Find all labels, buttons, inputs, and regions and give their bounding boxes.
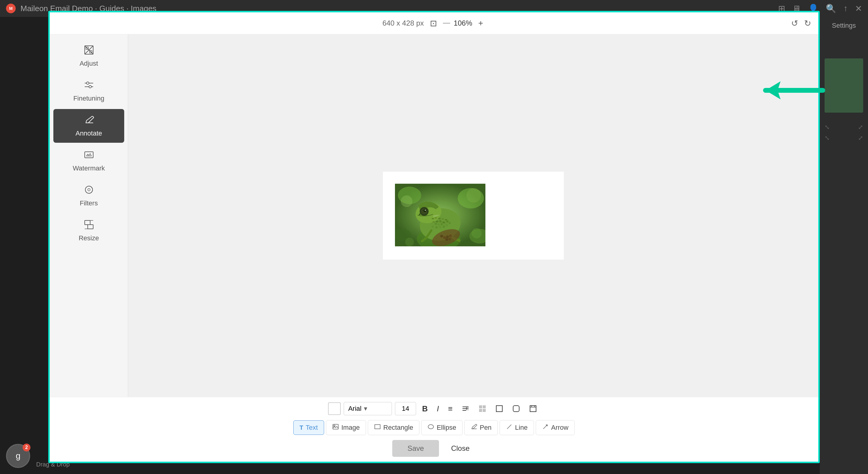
- svg-rect-10: [85, 152, 93, 158]
- annotation-toolbar: Arial ▾ B I ≡: [50, 397, 818, 462]
- text-tool-icon: T: [300, 424, 303, 431]
- expand-icon-2[interactable]: ⤡: [825, 134, 830, 141]
- arrow-tool-button[interactable]: Arrow: [536, 420, 575, 435]
- settings-label: Settings: [820, 17, 868, 34]
- right-sidebar-preview: [825, 59, 863, 113]
- finetuning-icon: [84, 79, 94, 92]
- avatar-badge: 2: [23, 444, 30, 451]
- svg-line-79: [507, 425, 512, 429]
- svg-point-34: [435, 226, 438, 229]
- svg-point-42: [423, 209, 426, 212]
- expand-icon[interactable]: ⤡: [825, 124, 830, 131]
- sidebar-item-adjust[interactable]: Adjust: [53, 39, 124, 73]
- contract-icon-2[interactable]: ⤢: [858, 134, 863, 141]
- dimension-info: 640 x 428 px ⊡ 106% +: [382, 17, 486, 29]
- canvas-area: [128, 34, 818, 397]
- filters-icon: [84, 184, 94, 197]
- search-icon[interactable]: 🔍: [826, 4, 836, 13]
- svg-rect-66: [479, 409, 482, 412]
- svg-rect-69: [513, 406, 519, 412]
- left-sidebar: Adjust Finetuning: [50, 34, 128, 397]
- svg-point-37: [445, 224, 448, 227]
- svg-rect-13: [85, 221, 90, 225]
- line-tool-icon: [506, 424, 513, 432]
- svg-rect-64: [479, 405, 482, 408]
- annotate-label: Annotate: [75, 130, 102, 137]
- redo-button[interactable]: ↻: [804, 19, 811, 28]
- format-row: Arial ▾ B I ≡: [328, 402, 540, 415]
- svg-line-63: [468, 410, 468, 410]
- annotate-icon: [84, 114, 94, 127]
- sidebar-item-finetuning[interactable]: Finetuning: [53, 74, 124, 108]
- svg-point-29: [437, 224, 440, 226]
- svg-point-55: [466, 188, 481, 202]
- adjust-label: Adjust: [80, 60, 98, 67]
- pen-tool-icon: [471, 424, 477, 432]
- svg-point-43: [425, 210, 426, 211]
- image-container: [395, 184, 486, 246]
- svg-point-48: [440, 235, 443, 238]
- svg-rect-76: [375, 425, 380, 429]
- svg-point-38: [448, 222, 451, 224]
- zoom-value: 106%: [454, 19, 472, 27]
- image-tool-label: Image: [341, 424, 360, 432]
- pen-tool-label: Pen: [480, 424, 491, 432]
- svg-point-8: [89, 86, 91, 88]
- font-size-input[interactable]: [395, 402, 416, 415]
- text-align-button[interactable]: [459, 403, 472, 414]
- rect-rounded-button[interactable]: [509, 403, 523, 414]
- svg-point-56: [471, 228, 482, 238]
- svg-rect-67: [483, 409, 486, 412]
- image-frame-button[interactable]: [526, 403, 540, 414]
- zoom-in-button[interactable]: +: [476, 17, 486, 29]
- svg-rect-68: [496, 406, 502, 412]
- rectangle-tool-button[interactable]: Rectangle: [368, 420, 420, 435]
- avatar-container: g 2: [6, 444, 30, 468]
- split-view-icon[interactable]: ⊡: [430, 19, 437, 28]
- ellipse-tool-button[interactable]: Ellipse: [421, 420, 463, 435]
- svg-point-75: [334, 425, 335, 427]
- font-selector[interactable]: Arial ▾: [344, 402, 392, 415]
- canvas-wrapper: [383, 172, 564, 260]
- svg-point-12: [88, 189, 90, 191]
- bold-button[interactable]: B: [419, 402, 431, 415]
- resize-label: Resize: [79, 234, 99, 242]
- sidebar-item-resize[interactable]: Resize: [53, 214, 124, 247]
- line-tool-label: Line: [515, 424, 528, 432]
- text-tool-button[interactable]: T Text: [293, 420, 324, 435]
- align-left-button[interactable]: ≡: [445, 402, 456, 415]
- sidebar-item-filters[interactable]: Filters: [53, 179, 124, 213]
- svg-point-30: [440, 223, 443, 226]
- save-button[interactable]: Save: [392, 440, 439, 457]
- italic-button[interactable]: I: [434, 402, 442, 415]
- line-tool-button[interactable]: Line: [500, 420, 534, 435]
- svg-point-33: [431, 226, 434, 228]
- undo-button[interactable]: ↺: [791, 19, 798, 28]
- svg-point-35: [439, 226, 441, 228]
- right-icon-row-2: ⤡ ⤢: [825, 134, 863, 141]
- watermark-label: Watermark: [73, 164, 105, 172]
- sidebar-item-annotate[interactable]: Annotate: [53, 109, 124, 143]
- svg-rect-65: [483, 405, 486, 408]
- ellipse-tool-icon: [428, 424, 434, 432]
- close-icon[interactable]: ✕: [855, 4, 862, 13]
- svg-point-77: [428, 425, 434, 429]
- rect-outline-button[interactable]: [492, 403, 506, 414]
- sidebar-item-watermark[interactable]: Watermark: [53, 144, 124, 178]
- share-icon[interactable]: ↑: [844, 4, 848, 13]
- close-button[interactable]: Close: [445, 440, 475, 457]
- avatar[interactable]: g 2: [6, 444, 30, 468]
- image-tool-button[interactable]: Image: [326, 420, 366, 435]
- texture-button[interactable]: [475, 403, 489, 414]
- arrow-tool-label: Arrow: [551, 424, 568, 432]
- color-swatch[interactable]: [328, 402, 341, 415]
- avatar-icon: g: [16, 451, 21, 461]
- pen-tool-button[interactable]: Pen: [464, 420, 498, 435]
- contract-icon[interactable]: ⤢: [858, 124, 863, 131]
- chameleon-image: [395, 184, 486, 246]
- svg-point-54: [401, 196, 412, 207]
- action-row: Save Close: [392, 440, 475, 457]
- svg-point-36: [443, 226, 445, 228]
- svg-rect-14: [88, 225, 93, 229]
- rectangle-tool-label: Rectangle: [383, 424, 413, 432]
